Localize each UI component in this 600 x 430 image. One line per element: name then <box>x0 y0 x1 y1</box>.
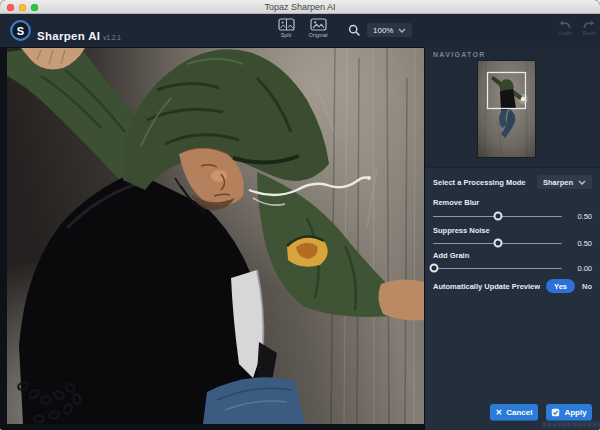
processing-mode-label: Select a Processing Mode <box>433 178 526 187</box>
titlebar: Topaz Sharpen AI <box>0 0 600 14</box>
remove-blur-slider[interactable] <box>433 210 562 222</box>
processing-mode-row: Select a Processing Mode Sharpen <box>433 174 592 190</box>
cancel-button[interactable]: ✕ Cancel <box>490 404 538 421</box>
undo-button[interactable]: Undo <box>552 20 578 36</box>
auto-update-row: Automatically Update Preview Yes No <box>433 278 592 294</box>
navigator-title: NAVIGATOR <box>433 51 486 58</box>
suppress-noise-slider-handle[interactable] <box>493 239 502 248</box>
close-x-icon: ✕ <box>496 408 503 417</box>
add-grain-slider[interactable] <box>433 262 562 274</box>
window-title: Topaz Sharpen AI <box>0 2 600 12</box>
image-canvas[interactable] <box>0 47 425 430</box>
zoom-controls: 100% <box>348 23 412 37</box>
add-grain-slider-row: 0.00 <box>433 262 592 274</box>
redo-arrow-icon <box>582 20 596 29</box>
processing-mode-select[interactable]: Sharpen <box>537 175 592 189</box>
original-image-icon <box>310 18 327 31</box>
split-image-icon <box>278 18 295 31</box>
navigator-section: NAVIGATOR <box>425 47 600 168</box>
add-grain-value: 0.00 <box>568 264 592 273</box>
cancel-button-label: Cancel <box>506 408 532 417</box>
auto-update-toggle: Yes No <box>546 279 592 293</box>
sharpen-ai-logo-icon: S <box>9 19 32 42</box>
remove-blur-slider-handle[interactable] <box>493 212 502 221</box>
split-button-label: Split <box>281 32 292 38</box>
suppress-noise-slider-row: 0.50 <box>433 237 592 249</box>
add-grain-slider-handle[interactable] <box>430 264 439 273</box>
navigator-thumbnail[interactable] <box>478 61 535 157</box>
auto-update-yes-option[interactable]: Yes <box>546 279 575 293</box>
apply-button-label: Apply <box>564 408 586 417</box>
app-name: Sharpen AI <box>37 30 100 42</box>
chevron-down-icon <box>578 180 586 185</box>
slider-track <box>433 268 562 270</box>
magnifier-icon[interactable] <box>348 24 361 37</box>
undo-arrow-icon <box>558 20 572 29</box>
redo-button-label: Redo <box>582 30 595 36</box>
suppress-noise-label: Suppress Noise <box>433 226 490 235</box>
undo-button-label: Undo <box>558 30 571 36</box>
apply-button[interactable]: Apply <box>546 404 592 421</box>
remove-blur-label: Remove Blur <box>433 198 479 207</box>
auto-update-no-option[interactable]: No <box>582 282 592 291</box>
remove-blur-value: 0.50 <box>568 212 592 221</box>
controls-section: Select a Processing Mode Sharpen Remove … <box>425 168 600 328</box>
add-grain-label: Add Grain <box>433 251 469 260</box>
original-button-label: Original <box>309 32 328 38</box>
zoom-level-select[interactable]: 100% <box>367 23 412 37</box>
original-view-button[interactable]: Original <box>302 18 334 38</box>
watermark-text <box>543 422 600 427</box>
preview-image[interactable] <box>7 48 424 424</box>
app-version: v1.2.1 <box>103 34 121 41</box>
app-brand: Sharpen AIv1.2.1 <box>37 26 121 44</box>
chevron-down-icon <box>398 28 406 33</box>
remove-blur-slider-row: 0.50 <box>433 210 592 222</box>
split-view-button[interactable]: Split <box>270 18 302 38</box>
side-panel: NAVIGATOR <box>425 47 600 430</box>
checkbox-check-icon <box>551 408 560 417</box>
suppress-noise-value: 0.50 <box>568 239 592 248</box>
app-header: S Sharpen AIv1.2.1 Split Original <box>0 14 600 47</box>
suppress-noise-slider[interactable] <box>433 237 562 249</box>
zoom-level-value: 100% <box>373 26 393 35</box>
app-window: Topaz Sharpen AI S Sharpen AIv1.2.1 Spli… <box>0 0 600 430</box>
redo-button[interactable]: Redo <box>576 20 600 36</box>
auto-update-label: Automatically Update Preview <box>433 282 540 291</box>
processing-mode-value: Sharpen <box>543 178 573 187</box>
svg-text:S: S <box>17 25 24 37</box>
